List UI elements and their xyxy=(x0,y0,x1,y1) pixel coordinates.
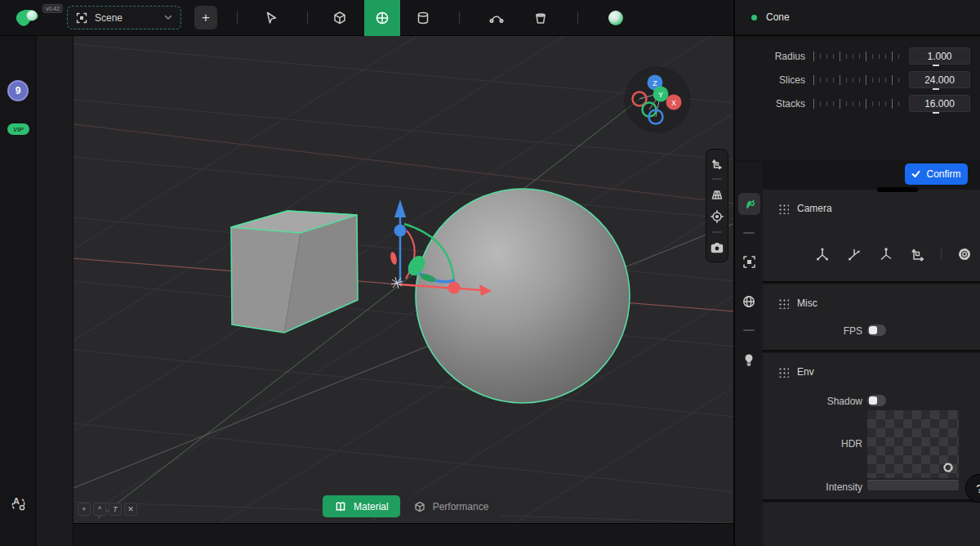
axis-line-x-far xyxy=(74,124,735,204)
tab-performance[interactable]: Performance xyxy=(402,495,501,517)
stacks-input[interactable] xyxy=(909,95,970,112)
cylinder-icon xyxy=(415,10,431,26)
drag-handle-icon[interactable] xyxy=(777,298,789,309)
panel-drag-notch[interactable] xyxy=(877,187,918,192)
viewport-3d[interactable]: Z Y X xyxy=(74,36,735,523)
gizmo-close-button[interactable]: ✕ xyxy=(124,503,137,516)
scene-canvas: Z Y X xyxy=(74,36,735,523)
rail-divider xyxy=(743,329,755,331)
sphere-mesh xyxy=(416,189,630,403)
param-row-slices: Slices xyxy=(735,71,980,88)
inspector-tab-rail xyxy=(735,162,763,546)
camera-actions xyxy=(813,245,973,263)
shadow-label: Shadow xyxy=(763,396,862,407)
intensity-label: Intensity xyxy=(763,481,862,493)
trash-icon xyxy=(532,10,549,26)
view-gizmo: Z Y X xyxy=(625,67,690,132)
hdr-swatch[interactable] xyxy=(867,410,959,478)
slices-slider[interactable] xyxy=(813,74,902,86)
camera-settings-icon[interactable] xyxy=(956,245,973,263)
add-object-button[interactable]: + xyxy=(194,6,217,29)
bottom-strip xyxy=(74,523,735,546)
toolbar-divider xyxy=(577,11,578,25)
actions-divider xyxy=(941,248,942,260)
material-ball-button[interactable] xyxy=(598,0,634,36)
cylinder-tool-button[interactable] xyxy=(405,0,441,36)
object-title: Cone xyxy=(766,11,790,23)
tab-environment[interactable] xyxy=(738,290,760,312)
viewport-corner-buttons: + ^ T ✕ xyxy=(78,503,137,516)
confirm-button[interactable]: Confirm xyxy=(905,163,968,185)
app-window: v0.42 Scene + xyxy=(0,0,980,546)
fps-toggle[interactable] xyxy=(867,324,886,336)
intensity-slider[interactable] xyxy=(867,480,959,490)
empty-panel xyxy=(763,503,980,546)
lightbulb-icon xyxy=(742,352,756,367)
camera-move-icon[interactable] xyxy=(813,245,831,263)
delete-tool-button[interactable] xyxy=(523,0,559,36)
hdr-label: HDR xyxy=(763,438,862,450)
param-row-radius: Radius xyxy=(735,47,980,65)
sphere-tool-button[interactable] xyxy=(364,0,400,36)
curve-tool-button[interactable] xyxy=(479,0,514,36)
scene-selector[interactable]: Scene xyxy=(67,6,181,29)
material-icon xyxy=(334,500,347,513)
tab-geometry[interactable] xyxy=(738,193,760,215)
slices-label: Slices xyxy=(735,74,805,86)
focus-target-icon[interactable] xyxy=(710,209,724,224)
gizmo-transform-button[interactable]: T xyxy=(109,503,122,516)
help-button[interactable]: ? xyxy=(965,474,980,503)
misc-panel-title: Misc xyxy=(797,298,817,309)
check-icon xyxy=(911,170,920,178)
cone-params-block: Radius Slices Stacks Confirm xyxy=(735,38,980,160)
object-status-dot xyxy=(751,15,757,20)
inspector-panel: Cone Radius Slices Stacks xyxy=(735,0,980,546)
toolbar-divider xyxy=(307,11,308,25)
camera-fit-icon[interactable] xyxy=(909,245,927,263)
misc-panel: Misc FPS xyxy=(763,284,980,351)
axis-mode-icon[interactable] xyxy=(710,156,724,171)
tab-selection[interactable] xyxy=(738,251,760,273)
plant-icon xyxy=(742,197,756,212)
side-tool-rail xyxy=(37,36,74,546)
frame-select-icon xyxy=(76,12,87,24)
camera-panel-title: Camera xyxy=(797,203,832,214)
bezier-curve-icon xyxy=(488,10,505,26)
tab-material[interactable]: Material xyxy=(323,495,400,517)
radius-label: Radius xyxy=(735,51,805,62)
tab-lighting[interactable] xyxy=(738,348,760,370)
cube-icon xyxy=(332,10,348,26)
stacks-slider[interactable] xyxy=(813,98,902,110)
toolbar-divider xyxy=(712,178,722,180)
camera-pan-icon[interactable] xyxy=(877,245,895,263)
toolbar-divider xyxy=(712,231,722,233)
gizmo-add-button[interactable]: + xyxy=(78,503,91,516)
radius-slider[interactable] xyxy=(813,51,902,62)
rail-divider xyxy=(743,232,755,234)
material-ball-icon xyxy=(607,9,625,27)
scene-selector-label: Scene xyxy=(95,12,157,24)
vip-badge: VIP xyxy=(7,123,29,135)
sphere-icon xyxy=(374,10,390,26)
env-panel: Env Shadow HDR Intensity ? xyxy=(763,353,980,501)
globe-icon xyxy=(742,294,756,309)
drag-handle-icon[interactable] xyxy=(777,366,789,378)
param-row-stacks: Stacks xyxy=(735,95,980,112)
drag-handle-icon[interactable] xyxy=(777,203,789,214)
shadow-toggle[interactable] xyxy=(867,395,886,406)
screenshot-camera-icon[interactable] xyxy=(710,240,724,255)
slices-input[interactable] xyxy=(909,71,970,88)
camera-orbit-icon[interactable] xyxy=(845,245,863,263)
avatar[interactable]: 9 xyxy=(7,80,29,101)
tab-performance-label: Performance xyxy=(433,501,489,512)
frame-select-icon xyxy=(742,255,756,269)
cube-mesh xyxy=(231,211,358,333)
select-tool-button[interactable] xyxy=(253,0,289,36)
radius-input[interactable] xyxy=(909,47,970,65)
inspector-header: Cone xyxy=(735,0,980,36)
cube-tool-button[interactable] xyxy=(322,0,358,36)
gizmo-collapse-button[interactable]: ^ xyxy=(93,503,106,516)
axis-z-label: Z xyxy=(653,79,657,87)
grid-toggle-icon[interactable] xyxy=(710,187,724,202)
translate-icon[interactable]: A xyxy=(10,495,27,512)
